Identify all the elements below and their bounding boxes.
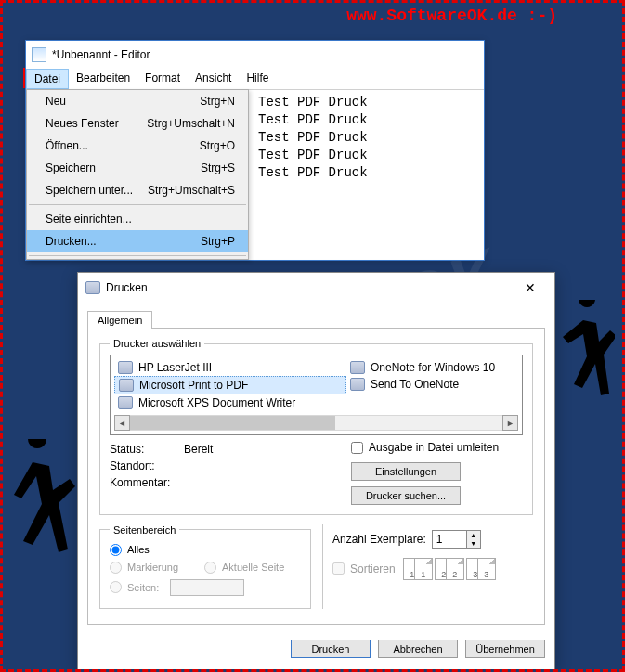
scroll-track[interactable] — [130, 415, 502, 431]
radio-input — [110, 562, 122, 574]
menu-item-open[interactable]: Öffnen...Strg+O — [27, 135, 248, 157]
menu-item-shortcut: Strg+Umschalt+N — [147, 117, 235, 130]
copies-input[interactable] — [433, 531, 466, 548]
radio-input — [204, 562, 216, 574]
radio-input[interactable] — [110, 544, 122, 556]
scroll-thumb[interactable] — [130, 416, 335, 430]
page-icon: 1 — [414, 558, 433, 580]
checkbox-label: Ausgabe in Datei umleiten — [369, 441, 499, 454]
page-range-legend: Seitenbereich — [110, 524, 179, 536]
menu-item-label: Neu — [46, 95, 66, 108]
menu-separator — [29, 255, 246, 256]
menu-help[interactable]: Hilfe — [239, 69, 276, 89]
notepad-title-text: *Unbenannt - Editor — [52, 48, 150, 61]
range-selection-radio: Markierung — [110, 559, 178, 576]
overlay-top-url: www.SoftwareOK.de :-) — [346, 6, 557, 25]
printer-icon — [118, 396, 133, 409]
menu-item-shortcut: Strg+S — [201, 162, 235, 174]
printer-icon — [350, 378, 365, 391]
status-label: Status: — [110, 443, 184, 456]
copies-spinner[interactable]: ▲▼ — [432, 530, 481, 549]
printer-icon — [119, 379, 134, 392]
scroll-left-button[interactable]: ◄ — [114, 415, 130, 431]
print-button[interactable]: Drucken — [291, 640, 371, 658]
menu-item-label: Speichern — [46, 162, 96, 174]
file-dropdown: NeuStrg+N Neues FensterStrg+Umschalt+N Ö… — [26, 89, 249, 260]
printer-item-onenote-send[interactable]: Send To OneNote — [346, 376, 499, 393]
notepad-titlebar[interactable]: *Unbenannt - Editor — [26, 41, 484, 69]
menu-item-label: Öffnen... — [46, 139, 88, 152]
printer-label: OneNote for Windows 10 — [371, 361, 495, 374]
spin-up-button[interactable]: ▲ — [466, 531, 480, 539]
menu-item-label: Speichern unter... — [46, 184, 133, 197]
printer-item-onenote-win[interactable]: OneNote for Windows 10 — [346, 359, 499, 376]
menu-item-shortcut: Strg+N — [200, 95, 235, 108]
cancel-button[interactable]: Abbrechen — [378, 640, 458, 658]
printer-icon — [85, 281, 100, 294]
menu-item-new-window[interactable]: Neues FensterStrg+Umschalt+N — [27, 112, 248, 135]
printer-select-group: Drucker auswählen HP LaserJet III Micros… — [99, 338, 533, 515]
printer-list-scrollbar[interactable]: ◄ ► — [114, 415, 518, 431]
scroll-right-button[interactable]: ► — [502, 415, 518, 431]
radio-input — [110, 581, 122, 593]
menu-item-save[interactable]: SpeichernStrg+S — [27, 157, 248, 179]
printer-icon — [350, 361, 365, 374]
notepad-menubar: Datei Bearbeiten Format Ansicht Hilfe — [26, 69, 484, 90]
printer-item-hp[interactable]: HP LaserJet III — [114, 359, 346, 376]
status-value: Bereit — [184, 443, 213, 456]
radio-label: Markierung — [127, 562, 178, 573]
tab-general[interactable]: Allgemein — [87, 311, 152, 329]
printer-item-pdf[interactable]: Microsoft Print to PDF — [114, 376, 346, 394]
menu-item-label: Seite einrichten... — [46, 213, 132, 226]
menu-item-save-as[interactable]: Speichern unter...Strg+Umschalt+S — [27, 179, 248, 201]
menu-item-label: Neues Fenster — [46, 117, 119, 130]
close-button[interactable]: ✕ — [514, 277, 547, 299]
notepad-window: *Unbenannt - Editor Datei Bearbeiten For… — [25, 40, 485, 261]
menu-edit[interactable]: Bearbeiten — [69, 69, 137, 89]
settings-button[interactable]: Einstellungen — [351, 462, 461, 481]
copies-label: Anzahl Exemplare: — [332, 533, 426, 546]
apply-button[interactable]: Übernehmen — [465, 640, 545, 658]
range-all-radio[interactable]: Alles — [110, 541, 301, 559]
checkbox-input — [332, 562, 345, 575]
range-pages-radio: Seiten: — [110, 576, 301, 599]
page-icon: 3 — [477, 558, 496, 580]
silhouette-dancer-right — [550, 300, 615, 430]
printer-label: Send To OneNote — [371, 378, 459, 391]
printer-label: Microsoft Print to PDF — [139, 379, 248, 392]
print-dialog-titlebar[interactable]: Drucken ✕ — [78, 273, 554, 303]
printer-icon — [118, 361, 133, 374]
printer-list: HP LaserJet III Microsoft Print to PDF M… — [110, 355, 523, 435]
collate-icon: 1 1 2 2 3 3 — [403, 558, 496, 580]
find-printer-button[interactable]: Drucker suchen... — [351, 486, 461, 505]
printer-item-xps[interactable]: Microsoft XPS Document Writer — [114, 394, 346, 411]
menu-format[interactable]: Format — [137, 69, 188, 89]
menu-item-shortcut: Strg+O — [200, 139, 235, 152]
menu-file[interactable]: Datei — [26, 69, 69, 89]
notepad-text-area[interactable]: Test PDF Druck Test PDF Druck Test PDF D… — [249, 90, 484, 260]
menu-item-print[interactable]: Drucken...Strg+P — [27, 230, 248, 252]
menu-view[interactable]: Ansicht — [188, 69, 239, 89]
menu-item-shortcut: Strg+P — [201, 235, 235, 248]
menu-item-label: Drucken... — [46, 235, 97, 248]
comment-label: Kommentar: — [110, 476, 184, 489]
print-dialog: Drucken ✕ Allgemein Drucker auswählen HP… — [77, 272, 555, 670]
menu-separator — [29, 204, 246, 205]
spin-down-button[interactable]: ▼ — [466, 539, 480, 548]
radio-label: Aktuelle Seite — [222, 562, 284, 573]
checkbox-label: Sortieren — [350, 562, 396, 575]
output-to-file-checkbox[interactable]: Ausgabe in Datei umleiten — [351, 441, 499, 454]
checkbox-input[interactable] — [351, 442, 363, 454]
collate-checkbox: Sortieren — [332, 562, 396, 575]
page-range-group: Seitenbereich Alles Markierung Aktuelle … — [99, 524, 311, 609]
radio-label: Alles — [127, 544, 150, 555]
printer-label: HP LaserJet III — [138, 361, 212, 374]
printer-label: Microsoft XPS Document Writer — [138, 396, 295, 409]
menu-item-page-setup[interactable]: Seite einrichten... — [27, 208, 248, 230]
printer-select-legend: Drucker auswählen — [110, 338, 204, 349]
location-label: Standort: — [110, 459, 184, 472]
menu-item-new[interactable]: NeuStrg+N — [27, 90, 248, 112]
print-dialog-title: Drucken — [106, 281, 148, 294]
silhouette-dancer-left — [5, 439, 79, 588]
menu-item-shortcut: Strg+Umschalt+S — [148, 184, 235, 197]
